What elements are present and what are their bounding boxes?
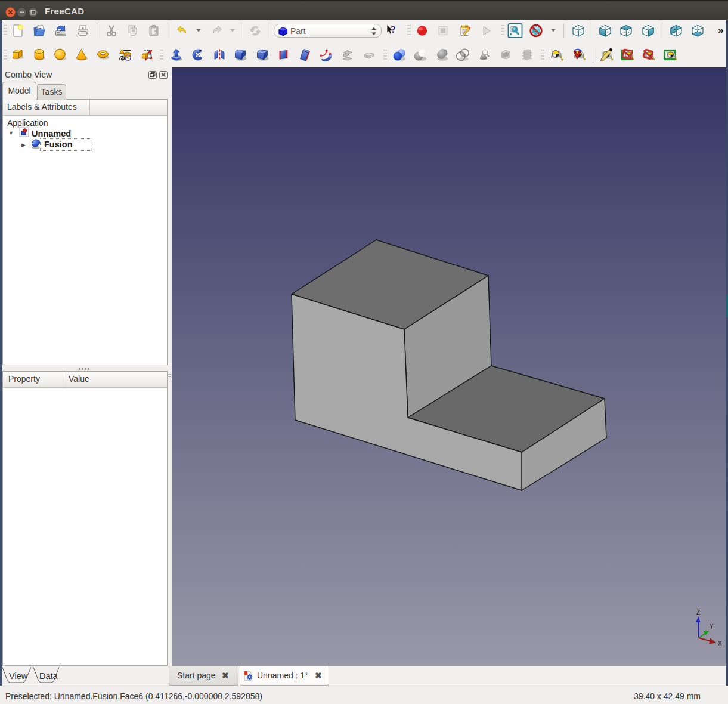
svg-text:Z: Z (696, 609, 700, 616)
svg-text:Y: Y (710, 623, 714, 630)
svg-text:X: X (718, 640, 722, 647)
svg-text:Data: Data (39, 671, 58, 681)
svg-text:View: View (9, 671, 28, 681)
